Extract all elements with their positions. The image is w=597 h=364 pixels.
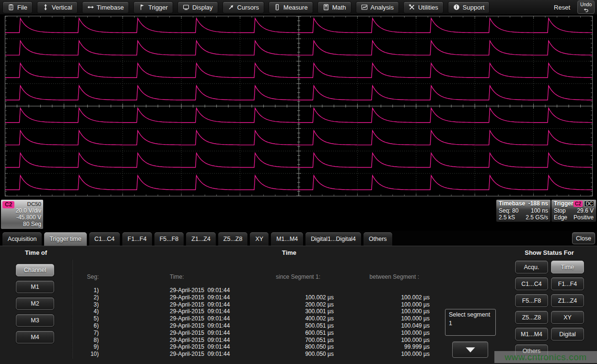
cell-seg: 3) (77, 301, 99, 308)
table-row: 10) 29-April-2015 09:01:44 900.050 µs 10… (77, 351, 430, 358)
time-of-button[interactable]: Channel (16, 264, 54, 276)
time-of-button[interactable]: M4 (16, 331, 54, 343)
button-label: Acqu. (524, 264, 539, 271)
button-label: M4 (31, 334, 39, 341)
table-row: 3) 29-April-2015 09:01:44 200.002 µs 100… (77, 301, 430, 308)
show-status-button[interactable]: Digital (551, 328, 584, 341)
menu-button[interactable]: Support (448, 1, 490, 13)
select-segment-label: Select segment (449, 311, 492, 318)
cell-time: 29-April-2015 09:01:44 (99, 351, 238, 358)
menu-button[interactable]: Timebase (82, 1, 129, 13)
cell-since-segment: 100.002 µs (238, 294, 334, 301)
timebase-sample-rate: 2.5 GS/s (526, 214, 548, 221)
tab-label: Others (369, 236, 387, 242)
table-row: 1) 29-April-2015 09:01:44 (77, 287, 430, 294)
show-status-button[interactable]: Z5...Z8 (515, 311, 548, 324)
time-of-button[interactable]: M3 (16, 314, 54, 327)
time-of-title: Time of (14, 249, 58, 256)
watermark: www.cntronics.com (494, 351, 597, 363)
menu-button[interactable]: File (2, 1, 33, 13)
menu-button[interactable]: Math (317, 1, 351, 13)
cell-time: 29-April-2015 09:01:44 (99, 330, 238, 337)
reset-button[interactable]: Reset (551, 4, 573, 11)
tab-label: F1...F4 (128, 236, 147, 242)
menu-button[interactable]: Measure (269, 1, 313, 13)
trigger-source-badge: C2 (574, 201, 583, 207)
trigger-coupling-badge: DC (584, 201, 594, 207)
cell-seg: 9) (77, 343, 99, 351)
tab[interactable]: Others (363, 232, 393, 246)
cell-time: 29-April-2015 09:01:44 (99, 308, 238, 315)
show-status-button[interactable]: XY (551, 311, 584, 324)
time-of-button[interactable]: M2 (16, 297, 54, 310)
descriptor-strip: C2 DC50 20.0 V/div -45.800 V 80 Seg Time… (0, 199, 597, 231)
tab-label: Trigger time (49, 236, 81, 242)
cell-between-segment: 100.000 µs (334, 301, 430, 308)
tab[interactable]: C1...C4 (89, 232, 120, 246)
channel-offset: -45.800 V (2, 214, 41, 221)
cell-between-segment (334, 287, 430, 294)
button-label: C1...C4 (521, 281, 541, 287)
show-status-button[interactable]: C1...C4 (515, 277, 548, 290)
menu-button-label: Timebase (97, 4, 124, 11)
tab[interactable]: M1...M4 (270, 232, 304, 246)
channel-vertical-scale: 20.0 V/div (2, 207, 41, 214)
cell-time: 29-April-2015 09:01:44 (99, 301, 238, 308)
cell-time: 29-April-2015 09:01:44 (99, 294, 238, 301)
show-status-button[interactable]: F1...F4 (551, 277, 584, 290)
close-button[interactable]: Close (572, 232, 595, 244)
show-status-button[interactable]: F5...F8 (515, 294, 548, 307)
timebase-descriptor[interactable]: Timebase -188 ns Seq: 80 100 ns 2.5 kS 2… (496, 200, 550, 222)
show-status-button[interactable]: Time (551, 261, 584, 273)
vertical-icon (42, 4, 49, 11)
math-icon (323, 4, 329, 11)
menu-button[interactable]: Display (177, 1, 218, 13)
down-arrow-icon (463, 346, 478, 353)
menu-button-label: Cursors (237, 4, 259, 11)
menu-button-label: Measure (283, 4, 308, 11)
show-status-button[interactable]: Z1...Z4 (551, 294, 584, 307)
cell-seg: 2) (77, 294, 99, 301)
cell-seg: 8) (77, 337, 99, 344)
segment-scroll-down-button[interactable] (452, 341, 488, 358)
cell-between-segment: 99.999 µs (334, 343, 430, 351)
tab[interactable]: Acquisition (2, 232, 42, 246)
select-segment-value: 1 (449, 320, 492, 327)
tab[interactable]: Trigger time (44, 232, 87, 246)
show-status-button[interactable]: Acqu. (515, 261, 548, 273)
tab[interactable]: XY (249, 232, 269, 246)
timebase-icon (87, 4, 94, 11)
menu-button[interactable]: Trigger (133, 1, 173, 13)
waveform-canvas[interactable] (5, 16, 593, 196)
tab[interactable]: Z1...Z4 (186, 232, 216, 246)
table-row: 2) 29-April-2015 09:01:44 100.002 µs 100… (77, 294, 430, 301)
menu-button[interactable]: Utilities (403, 1, 444, 13)
table-row: 4) 29-April-2015 09:01:44 300.001 µs 100… (77, 308, 430, 315)
trigger-descriptor[interactable]: Trigger C2 DC Stop 29.6 V Edge Positive (551, 200, 596, 222)
cell-time: 29-April-2015 09:01:44 (99, 322, 238, 330)
trigger-mode: Stop (554, 207, 566, 215)
select-segment-input[interactable]: Select segment 1 (445, 309, 496, 336)
timebase-title: Timebase (499, 200, 525, 207)
channel-c2-descriptor[interactable]: C2 DC50 20.0 V/div -45.800 V 80 Seg (1, 200, 43, 229)
menu-button[interactable]: Analysis (356, 1, 399, 13)
time-of-buttons: Channel M1 M2 M3 M4 (16, 264, 54, 343)
cell-between-segment: 100.000 µs (334, 337, 430, 344)
menu-button[interactable]: Cursors (222, 1, 265, 13)
show-status-button[interactable]: M1...M4 (515, 328, 548, 341)
cell-since-segment: 600.051 µs (238, 330, 334, 337)
time-of-button[interactable]: M1 (16, 281, 54, 293)
tab[interactable]: Z5...Z8 (218, 232, 248, 246)
tab[interactable]: Digital1...Digital4 (305, 232, 362, 246)
trigger-icon (139, 4, 145, 11)
table-row: 9) 29-April-2015 09:01:44 800.050 µs 99.… (77, 343, 430, 351)
tab[interactable]: F5...F8 (154, 232, 185, 246)
undo-button[interactable]: Undo (577, 0, 595, 14)
tab-label: Acquisition (8, 236, 36, 242)
tab[interactable]: F1...F4 (122, 232, 152, 246)
button-label: M3 (31, 317, 39, 324)
status-dialog-body: Time of Time Show Status For Channel M1 … (0, 246, 597, 364)
timebase-record-length: 2.5 kS (499, 214, 515, 221)
menu-button[interactable]: Vertical (37, 1, 78, 13)
cell-seg: 6) (77, 322, 99, 330)
